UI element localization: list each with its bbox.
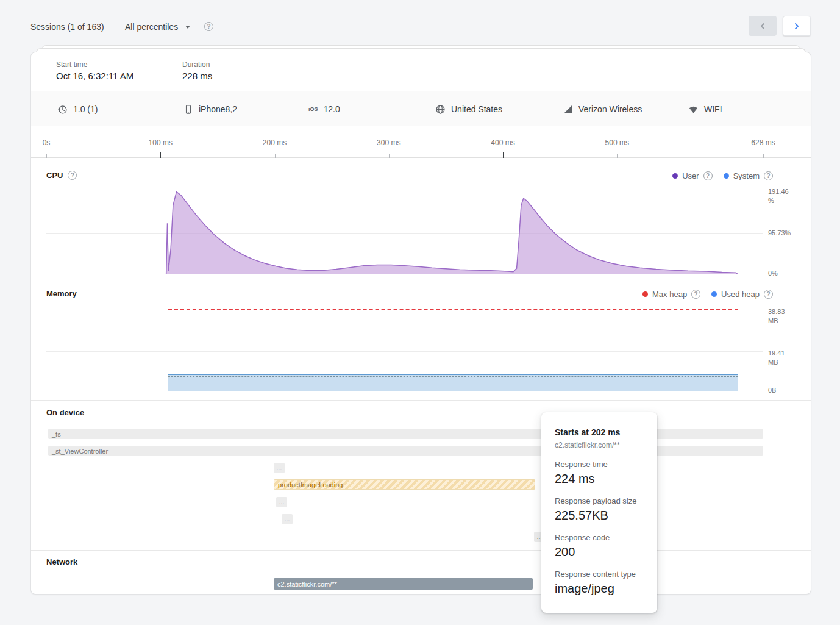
legend-used-heap-label: Used heap — [721, 290, 760, 299]
carrier-label: Verizon Wireless — [578, 104, 642, 114]
trace-chip-label: ... — [285, 516, 290, 523]
response-content-type-value: image/jpeg — [555, 582, 644, 596]
cpu-chart[interactable] — [46, 190, 763, 274]
app-version-history-icon — [57, 104, 68, 115]
trace-bar-label: productImageLoading — [278, 481, 343, 488]
network-title-text: Network — [46, 557, 77, 566]
start-time-field: Start time Oct 16, 6:32:11 AM — [56, 60, 133, 81]
trace-bar-label: _st_ViewController — [52, 448, 108, 455]
sessions-count-label: Sessions (1 of 163) — [30, 22, 104, 32]
help-icon[interactable] — [68, 171, 77, 180]
memory-ymid-label: 19.41 MB — [768, 349, 785, 367]
cpu-legend: User System — [672, 171, 773, 180]
network-request-label: c2.staticflickr.com/** — [277, 580, 337, 588]
device-info-row: 1.0 (1) iPhone8,2 iOS 12.0 United S — [31, 91, 811, 126]
app-version-label: 1.0 (1) — [73, 104, 98, 114]
cpu-ymin-label: 0% — [768, 269, 778, 278]
response-time-label: Response time — [555, 460, 644, 469]
cpu-y-axis: 191.46 % 95.73% 0% — [768, 190, 806, 274]
trace-collapsed-chip[interactable]: ... — [276, 497, 287, 507]
percentile-dropdown[interactable]: All percentiles — [124, 20, 191, 34]
network-request-tooltip: Starts at 202 ms c2.staticflickr.com/** … — [541, 412, 657, 613]
tick-mark — [389, 154, 390, 158]
tick-mark — [46, 154, 47, 158]
chevron-right-icon — [792, 21, 802, 31]
cpu-section-title: CPU — [46, 171, 77, 180]
cpu-axis-line — [46, 274, 763, 274]
legend-user: User — [672, 171, 712, 180]
country-label: United States — [451, 104, 502, 114]
help-icon[interactable] — [764, 171, 773, 180]
tick-mark — [617, 154, 618, 158]
help-icon[interactable] — [703, 171, 713, 180]
trace-collapsed-chip[interactable]: ... — [282, 514, 293, 524]
tooltip-url: c2.staticflickr.com/** — [555, 441, 644, 449]
tick-label: 200 ms — [263, 138, 287, 147]
cpu-ymax-label: 191.46 % — [768, 187, 789, 205]
radio-label: WIFI — [704, 104, 722, 114]
memory-gridline — [46, 351, 763, 352]
help-icon[interactable] — [204, 22, 213, 31]
trace-bar-label: _fs — [52, 430, 61, 438]
memory-title-text: Memory — [46, 289, 77, 298]
ios-icon: iOS — [308, 106, 318, 112]
legend-max-heap-label: Max heap — [652, 290, 687, 299]
tick-label: 300 ms — [377, 138, 400, 147]
cell-signal-icon — [563, 104, 573, 114]
start-time-label: Start time — [56, 60, 133, 69]
response-code-label: Response code — [555, 533, 644, 542]
help-icon[interactable] — [691, 290, 700, 299]
tick-label: 500 ms — [605, 138, 629, 147]
tick-label: 100 ms — [149, 138, 173, 147]
chevron-down-icon — [185, 26, 190, 29]
response-content-type-label: Response content type — [555, 570, 644, 579]
response-code-value: 200 — [555, 545, 644, 559]
timeline-ruler-scale: 0s 100 ms 200 ms 300 ms 400 ms 500 ms 62… — [46, 129, 763, 158]
radio-item: WIFI — [688, 91, 722, 127]
globe-icon — [435, 104, 446, 115]
app-version-item: 1.0 (1) — [57, 91, 98, 127]
performance-session-page: Sessions (1 of 163) All percentiles Star… — [0, 0, 840, 625]
on-device-section-title: On device — [46, 408, 84, 417]
previous-session-button[interactable] — [749, 16, 777, 36]
trace-chip-label: ... — [277, 465, 282, 471]
section-divider — [31, 550, 811, 551]
tick-mark — [160, 152, 161, 158]
device-model-label: iPhone8,2 — [199, 104, 237, 114]
used-heap-band — [168, 374, 738, 391]
section-divider — [31, 400, 811, 401]
tick-label: 400 ms — [491, 138, 514, 147]
next-session-button[interactable] — [783, 16, 811, 36]
session-detail-card: Start time Oct 16, 6:32:11 AM Duration 2… — [30, 52, 811, 595]
network-request-bar[interactable]: c2.staticflickr.com/** — [274, 578, 533, 590]
start-time-value: Oct 16, 6:32:11 AM — [56, 71, 133, 81]
device-model-item: iPhone8,2 — [183, 91, 237, 127]
tick-mark — [503, 152, 504, 158]
country-item: United States — [435, 91, 502, 127]
timeline-ruler: 0s 100 ms 200 ms 300 ms 400 ms 500 ms 62… — [31, 129, 811, 158]
tooltip-title: Starts at 202 ms — [555, 427, 644, 437]
user-series-dot-icon — [672, 173, 678, 179]
duration-field: Duration 228 ms — [182, 60, 212, 81]
memory-chart[interactable] — [46, 305, 763, 391]
max-heap-dot-icon — [642, 291, 648, 297]
duration-value: 228 ms — [182, 71, 212, 81]
memory-section-title: Memory — [46, 289, 77, 298]
trace-bar-product-image-loading[interactable]: productImageLoading — [274, 479, 535, 490]
trace-chip-label: ... — [279, 499, 284, 505]
legend-system-label: System — [733, 171, 760, 180]
wifi-icon — [688, 104, 699, 114]
os-version-label: 12.0 — [324, 104, 340, 114]
memory-axis-line — [46, 391, 763, 391]
duration-label: Duration — [182, 60, 212, 69]
help-icon[interactable] — [764, 290, 773, 299]
tick-mark — [275, 154, 276, 158]
network-section-title: Network — [46, 557, 77, 566]
used-heap-dot-icon — [711, 291, 717, 297]
system-series-dot-icon — [724, 173, 729, 179]
percentile-dropdown-label: All percentiles — [125, 22, 178, 32]
response-time-value: 224 ms — [555, 472, 644, 486]
trace-collapsed-chip[interactable]: ... — [274, 463, 285, 473]
tick-mark — [763, 154, 764, 158]
used-heap-dashed-line — [168, 376, 738, 377]
